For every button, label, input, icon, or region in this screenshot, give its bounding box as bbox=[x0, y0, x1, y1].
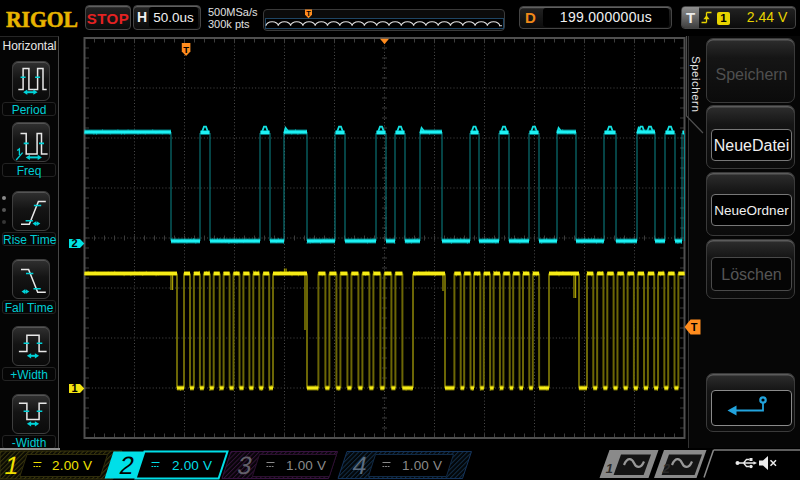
svg-text:T: T bbox=[306, 9, 311, 18]
svg-text:2: 2 bbox=[72, 237, 78, 249]
svg-text:1: 1 bbox=[72, 382, 78, 394]
svg-text:T: T bbox=[691, 321, 698, 333]
svg-text:T: T bbox=[183, 44, 189, 55]
